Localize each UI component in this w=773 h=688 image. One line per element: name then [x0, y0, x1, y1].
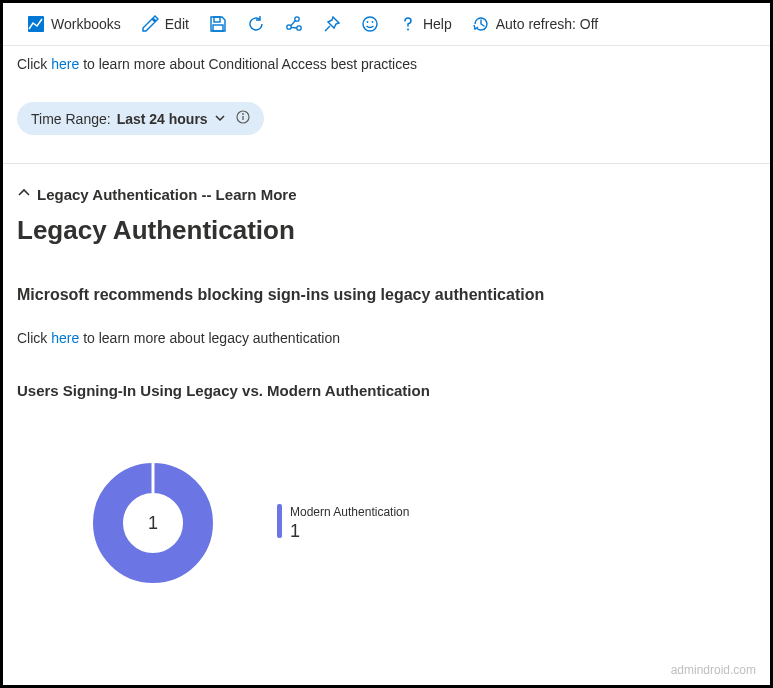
svg-line-6	[291, 21, 296, 26]
info-icon[interactable]	[236, 110, 250, 127]
svg-point-5	[297, 26, 301, 30]
svg-point-11	[407, 29, 409, 31]
save-icon	[209, 15, 227, 33]
svg-rect-0	[28, 16, 44, 32]
feedback-button[interactable]	[355, 13, 385, 35]
edit-button[interactable]: Edit	[135, 13, 195, 35]
share-icon	[285, 15, 303, 33]
chevron-down-icon	[214, 111, 226, 127]
svg-rect-2	[213, 25, 223, 31]
toolbar: Workbooks Edit Help	[3, 3, 770, 46]
svg-rect-1	[214, 17, 220, 22]
section-subtitle: Microsoft recommends blocking sign-ins u…	[17, 286, 756, 304]
legend-series-value: 1	[290, 521, 409, 542]
watermark: admindroid.com	[671, 663, 756, 677]
workbooks-label: Workbooks	[51, 16, 121, 32]
svg-point-10	[372, 21, 374, 23]
refresh-button[interactable]	[241, 13, 271, 35]
chevron-up-icon	[17, 186, 31, 203]
pin-button[interactable]	[317, 13, 347, 35]
legacy-auth-info: Click here to learn more about legacy au…	[17, 330, 756, 346]
workbooks-button[interactable]: Workbooks	[21, 13, 127, 35]
save-button[interactable]	[203, 13, 233, 35]
workbooks-icon	[27, 15, 45, 33]
svg-point-4	[295, 17, 299, 21]
smile-icon	[361, 15, 379, 33]
info-post: to learn more about Conditional Access b…	[79, 56, 417, 72]
donut-center-value: 1	[93, 463, 213, 583]
refresh-icon	[247, 15, 265, 33]
legend-entry[interactable]: Modern Authentication 1	[290, 504, 409, 543]
help-button[interactable]: Help	[393, 13, 458, 35]
time-range-label: Time Range:	[31, 111, 111, 127]
svg-point-9	[367, 21, 369, 23]
body-post: to learn more about legacy authenticatio…	[79, 330, 340, 346]
help-label: Help	[423, 16, 452, 32]
edit-label: Edit	[165, 16, 189, 32]
body-pre: Click	[17, 330, 51, 346]
expander-label: Legacy Authentication -- Learn More	[37, 186, 296, 203]
chart-row: 1 Modern Authentication 1	[93, 463, 756, 583]
donut-chart[interactable]: 1	[93, 463, 213, 583]
auto-refresh-label: Auto refresh: Off	[496, 16, 598, 32]
conditional-access-link[interactable]: here	[51, 56, 79, 72]
pencil-icon	[141, 15, 159, 33]
legend-swatch	[277, 504, 282, 538]
info-pre: Click	[17, 56, 51, 72]
section-title: Legacy Authentication	[17, 215, 756, 246]
section-expander[interactable]: Legacy Authentication -- Learn More	[17, 186, 756, 203]
auto-refresh-button[interactable]: Auto refresh: Off	[466, 13, 604, 35]
pin-icon	[323, 15, 341, 33]
clock-refresh-icon	[472, 15, 490, 33]
time-range-value: Last 24 hours	[117, 111, 208, 127]
chart-legend: Modern Authentication 1	[277, 504, 409, 543]
legacy-auth-section: Legacy Authentication -- Learn More Lega…	[3, 164, 770, 583]
time-range-dropdown[interactable]: Time Range: Last 24 hours	[17, 102, 264, 135]
svg-line-7	[291, 27, 297, 28]
help-icon	[399, 15, 417, 33]
legacy-auth-link[interactable]: here	[51, 330, 79, 346]
svg-point-8	[363, 17, 377, 31]
chart-title: Users Signing-In Using Legacy vs. Modern…	[17, 382, 756, 399]
conditional-access-info: Click here to learn more about Condition…	[3, 46, 770, 76]
share-button[interactable]	[279, 13, 309, 35]
svg-point-13	[242, 113, 244, 115]
legend-series-name: Modern Authentication	[290, 504, 409, 521]
